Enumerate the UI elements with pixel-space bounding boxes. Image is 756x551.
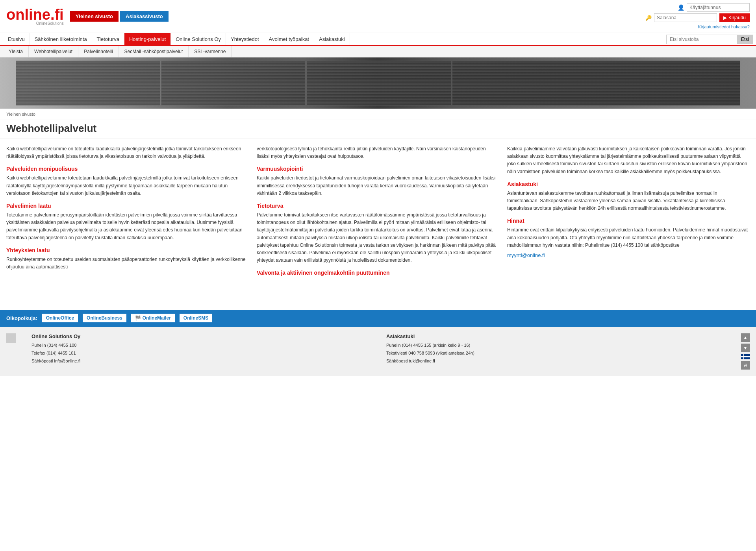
content-col2: verkkotopologisesti lyhintä ja tehokkain… [257, 145, 499, 278]
login-username-row: 👤 [678, 3, 750, 12]
search-input[interactable] [666, 35, 737, 44]
flag-icon: 🏁 [135, 315, 141, 321]
section-title-asiakastuki: Asiakastuki [507, 181, 750, 187]
shortcut-onlinesms[interactable]: OnlineSMS [180, 314, 212, 322]
section-yhteyksien-laatu: Yhteyksien laatu Runkoyhteytemme on tote… [6, 247, 249, 271]
section-text-varmuus: Kaikki palveluiden tiedostot ja tietokan… [257, 174, 499, 197]
section-text-asiakastuki: Asiantuntevan asiakastukemme tavoittaa r… [507, 190, 750, 213]
section-asiakastuki: Asiakastuki Asiantuntevan asiakastukemme… [507, 181, 750, 213]
customer-site-tab[interactable]: Asiakassivusto [120, 11, 169, 22]
nav-etusivu[interactable]: Etusivu [3, 33, 30, 45]
footer-company-email: Sähköposti info@online.fi [32, 357, 371, 365]
footer-logo-area [6, 333, 16, 343]
section-text-monipuolisuus: Kaikki webhotellipalvelumme toteutetaan … [6, 174, 249, 197]
footer-logo [6, 333, 16, 343]
content-area: Kaikki webhotellipalvelumme on toteutett… [0, 139, 756, 278]
login-password-row: 🔑 ▶ Kirjaudu [645, 13, 750, 22]
hero-inner [0, 57, 756, 109]
username-input[interactable] [687, 3, 750, 12]
logo-area: online.fi OnlineSolutions [6, 7, 64, 26]
section-laatu: Palvelimien laatu Toteutamme palvelumme … [6, 203, 249, 242]
footer-support-phone: Puhelin (014) 4455 155 (arkisin kello 9 … [386, 342, 725, 349]
header: online.fi OnlineSolutions Yleinen sivust… [0, 0, 756, 33]
section-hinnat: Hinnat Hintamme ovat erittäin kilpailuky… [507, 218, 750, 258]
footer-support-email: Sähköposti tuki@online.fi [386, 357, 725, 365]
col3-intro: Kaikkia palvelimiamme valvotaan jatkuvas… [507, 145, 750, 176]
login-area: 👤 🔑 ▶ Kirjaudu Kirjautumistiedot hukassa… [645, 3, 750, 30]
password-input[interactable] [654, 13, 717, 22]
sub-nav-secmail[interactable]: SecMail -sähköpostipalvelut [119, 46, 189, 57]
sales-email-link[interactable]: myynti@online.fi [507, 252, 545, 258]
section-monipuolisuus: Palveluiden monipuolisuus Kaikki webhote… [6, 166, 249, 197]
forgot-password-link[interactable]: Kirjautumistiedot hukassa? [698, 24, 750, 29]
nav-asiakastuki[interactable]: Asiakastuki [314, 33, 350, 45]
shortcut-onlinebusiness[interactable]: OnlineBusiness [83, 314, 126, 322]
sub-nav-ssl[interactable]: SSL-varmenne [189, 46, 232, 57]
nav-avoimet[interactable]: Avoimet työpaikat [264, 33, 314, 45]
login-arrow-icon: ▶ [723, 15, 727, 20]
scroll-down-button[interactable]: ▼ [741, 344, 750, 352]
page-title: Webhotellipalvelut [0, 120, 756, 139]
col2-intro: verkkotopologisesti lyhintä ja tehokkain… [257, 145, 499, 160]
hero-image [0, 57, 756, 109]
fi-flag-icon [741, 354, 750, 359]
section-text-tietoturva: Palvelumme toimivat tarkoitukseen itse v… [257, 211, 499, 264]
section-title-valvonta: Valvonta ja aktiivinen ongelmakohtiin pu… [257, 270, 499, 276]
nav-online-solutions[interactable]: Online Solutions Oy [171, 33, 226, 45]
nav-hosting[interactable]: Hosting-palvelut [124, 33, 171, 45]
section-title-varmuus: Varmuuskopiointi [257, 166, 499, 172]
user-icon: 👤 [678, 4, 684, 11]
general-site-tab[interactable]: Yleinen sivusto [70, 11, 119, 22]
scroll-up-button[interactable]: ▲ [741, 333, 750, 342]
nav-tietoturva[interactable]: Tietoturva [92, 33, 124, 45]
section-text-hinnat: Hintamme ovat erittäin kilpailukykyisiä … [507, 226, 750, 249]
shortcut-onlinemailer[interactable]: 🏁 OnlineMailer [131, 314, 175, 322]
intro-text: Kaikki webhotellipalvelumme on toteutett… [6, 145, 249, 160]
sub-nav-palvelinhotelli[interactable]: Palvelinhotelli [78, 46, 119, 57]
section-title-yhteyksien: Yhteyksien laatu [6, 247, 249, 253]
nav-sahkoinen[interactable]: Sähköinen liiketoiminta [30, 33, 92, 45]
shortcut-onlineoffice[interactable]: OnlineOffice [42, 314, 78, 322]
footer-company-col: Online Solutions Oy Puhelin (014) 4455 1… [32, 333, 371, 365]
section-text-yhteyksien: Runkoyhteytemme on toteutettu useiden su… [6, 256, 249, 271]
content-col3: Kaikkia palvelimiamme valvotaan jatkuvas… [507, 145, 750, 258]
section-valvonta: Valvonta ja aktiivinen ongelmakohtiin pu… [257, 270, 499, 276]
section-tietoturva: Tietoturva Palvelumme toimivat tarkoituk… [257, 203, 499, 264]
sub-nav-webhotellit[interactable]: Webhotellipalvelut [29, 46, 78, 57]
nav-yhteystiedot[interactable]: Yhteystiedot [226, 33, 264, 45]
footer-support-sms: Tekstiviesti 040 758 5093 (vikatilanteis… [386, 349, 725, 357]
nav-bar: Etusivu Sähköinen liiketoiminta Tietotur… [0, 33, 756, 46]
content-col1: Kaikki webhotellipalvelumme on toteutett… [6, 145, 249, 274]
section-title-hinnat: Hinnat [507, 218, 750, 224]
breadcrumb: Yleinen sivusto [0, 109, 756, 120]
section-title-laatu: Palvelimien laatu [6, 203, 249, 209]
login-button-label: Kirjaudu [728, 15, 746, 20]
footer-company-title: Online Solutions Oy [32, 333, 371, 339]
footer-company-fax: Telefax (014) 4455 101 [32, 349, 371, 357]
login-button[interactable]: ▶ Kirjaudu [719, 13, 750, 22]
footer: Online Solutions Oy Puhelin (014) 4455 1… [0, 326, 756, 376]
section-text-laatu: Toteutamme palvelumme perusympäristöiltä… [6, 211, 249, 242]
key-icon: 🔑 [645, 15, 652, 21]
section-varmuus: Varmuuskopiointi Kaikki palveluiden tied… [257, 166, 499, 197]
sub-nav-yleista[interactable]: Yleistä [3, 46, 29, 57]
tab-buttons: Yleinen sivusto Asiakassivusto [70, 11, 169, 22]
shortcut-bar: Oikopolkuja: OnlineOffice OnlineBusiness… [0, 310, 756, 326]
footer-support-title: Asiakastuki [386, 333, 725, 339]
footer-support-col: Asiakastuki Puhelin (014) 4455 155 (arki… [386, 333, 725, 365]
sub-nav: Yleistä Webhotellipalvelut Palvelinhotel… [0, 46, 756, 57]
print-button[interactable]: 🖨 [741, 361, 750, 370]
search-button[interactable]: Etsi [737, 35, 753, 44]
section-title-monipuolisuus: Palveluiden monipuolisuus [6, 166, 249, 172]
logo: online.fi [6, 6, 64, 23]
footer-right-icons: ▲ ▼ 🖨 [741, 333, 750, 370]
search-area: Etsi [666, 35, 753, 44]
footer-company-phone: Puhelin (014) 4455 100 [32, 342, 371, 349]
shortcut-label: Oikopolkuja: [6, 315, 37, 321]
section-title-tietoturva: Tietoturva [257, 203, 499, 209]
